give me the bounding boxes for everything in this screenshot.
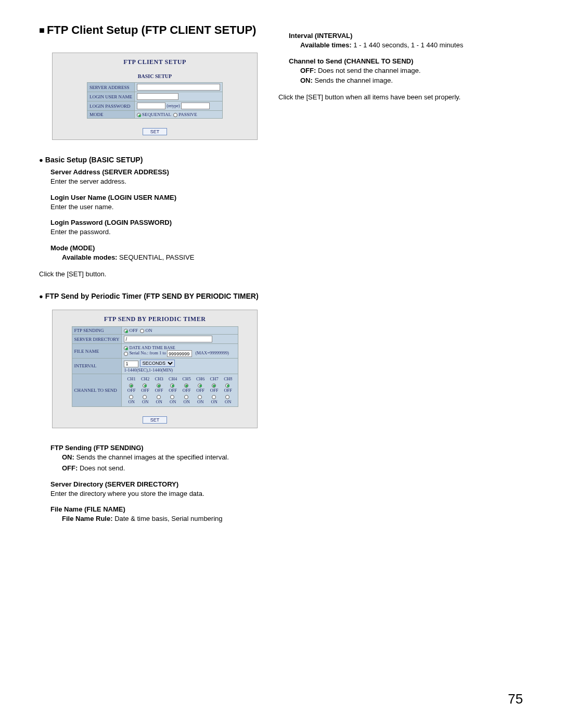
- panel2-title: FTP SEND BY PERIODIC TIMER: [53, 310, 257, 326]
- off-label: OFF: [129, 328, 138, 333]
- ch7-on-radio[interactable]: [212, 395, 216, 399]
- ch5-label: CH5: [180, 376, 193, 381]
- ftp-sending-off-radio[interactable]: [124, 329, 128, 333]
- server-dir-input[interactable]: [124, 336, 212, 342]
- retype-label: (retype): [167, 104, 180, 108]
- login-password-input[interactable]: [137, 103, 165, 109]
- label-ftp-sending: FTP SENDING: [72, 327, 122, 335]
- square-bullet-icon: ■: [39, 25, 45, 36]
- server-directory-text: Enter the directory where you store the …: [50, 489, 263, 499]
- file-name-heading: File Name (FILE NAME): [50, 505, 263, 513]
- label-login-password: LOGIN PASSWORD: [87, 101, 135, 111]
- mode-passive-radio[interactable]: [173, 113, 177, 117]
- ch4-off-radio[interactable]: [170, 384, 174, 388]
- channel-off-text: OFF: Does not send the channel image.: [300, 66, 531, 75]
- ch1-off-radio[interactable]: [129, 384, 133, 388]
- panel-title: FTP CLIENT SETUP: [53, 53, 257, 69]
- ch2-label: CH2: [139, 376, 152, 381]
- interval-text: Available times: 1 - 1 440 seconds, 1 - …: [300, 41, 531, 50]
- channel-grid: CH1 CH2 CH3 CH4 CH5 CH6 CH7 CH8 OFF: [124, 375, 235, 405]
- channel-send-heading: Channel to Send (CHANNEL TO SEND): [289, 57, 531, 65]
- filename-datetime-radio[interactable]: [124, 346, 128, 350]
- basic-setup-table: SERVER ADDRESS LOGIN USER NAME LOGIN PAS…: [87, 82, 223, 119]
- server-directory-heading: Server Directory (SERVER DIRECTORY): [50, 480, 263, 488]
- ch3-off-radio[interactable]: [157, 384, 161, 388]
- mode-heading: Mode (MODE): [50, 244, 263, 252]
- periodic-timer-heading: ●FTP Send by Periodic Timer (FTP SEND BY…: [39, 292, 263, 300]
- label-login-user: LOGIN USER NAME: [87, 92, 135, 101]
- ftp-sending-heading: FTP Sending (FTP SENDING): [50, 444, 263, 452]
- periodic-timer-panel: FTP SEND BY PERIODIC TIMER FTP SENDING O…: [52, 310, 258, 428]
- ftp-sending-off-text: OFF: Does not send.: [62, 464, 263, 473]
- ch4-on-radio[interactable]: [170, 395, 174, 399]
- ch6-on-radio[interactable]: [198, 395, 202, 399]
- basic-setup-heading: ●Basic Setup (BASIC SETUP): [39, 156, 263, 164]
- filename-serial-radio[interactable]: [124, 352, 128, 356]
- interval-unit-select[interactable]: SECONDS: [140, 360, 175, 367]
- interval-note: 1-1440(SEC),1-1440(MIN): [124, 367, 173, 373]
- interval-heading: Interval (INTERVAL): [289, 32, 531, 40]
- login-password-heading: Login Password (LOGIN PASSWORD): [50, 219, 263, 226]
- label-file-name: FILE NAME: [72, 344, 122, 359]
- ftp-sending-on-text: ON: Sends the channel images at the spec…: [62, 453, 263, 462]
- basic-setup-panel: FTP CLIENT SETUP BASIC SETUP SERVER ADDR…: [52, 53, 258, 140]
- interval-value-input[interactable]: [124, 361, 138, 367]
- ch7-off-radio[interactable]: [212, 384, 216, 388]
- on-label: ON: [145, 328, 152, 333]
- ch3-on-radio[interactable]: [157, 395, 161, 399]
- label-interval: INTERVAL: [72, 359, 122, 374]
- page-number: 75: [508, 691, 523, 707]
- serial-max-note: (MAX=99999999): [195, 351, 228, 356]
- ch8-on-radio[interactable]: [225, 395, 229, 399]
- ch8-label: CH8: [222, 376, 235, 381]
- ch3-label: CH3: [152, 376, 165, 381]
- file-name-rule-text: File Name Rule: Date & time basis, Seria…: [62, 514, 263, 523]
- ch7-label: CH7: [208, 376, 221, 381]
- ftp-sending-on-radio[interactable]: [140, 329, 144, 333]
- panel-subtitle: BASIC SETUP: [53, 69, 257, 82]
- login-password-text: Enter the password.: [50, 227, 263, 237]
- login-user-text: Enter the user name.: [50, 202, 263, 212]
- ch2-off-radio[interactable]: [143, 384, 147, 388]
- filename-datetime-label: DATE AND TIME BASE: [129, 345, 175, 350]
- page-title: ■FTP Client Setup (FTP CLIENT SETUP): [39, 23, 263, 37]
- ch6-label: CH6: [194, 376, 207, 381]
- ch5-on-radio[interactable]: [184, 395, 188, 399]
- label-server-dir: SERVER DIRECTORY: [72, 335, 122, 344]
- click-set-text: Click the [SET] button.: [39, 270, 263, 279]
- label-server-address: SERVER ADDRESS: [87, 83, 135, 92]
- ch5-off-radio[interactable]: [184, 384, 188, 388]
- set-button[interactable]: SET: [143, 128, 168, 135]
- server-address-input[interactable]: [137, 84, 220, 91]
- mode-passive-label: PASSIVE: [178, 112, 197, 117]
- ch2-on-radio[interactable]: [143, 395, 147, 399]
- server-address-heading: Server Address (SERVER ADDRESS): [50, 168, 263, 176]
- ch1-on-radio[interactable]: [129, 395, 133, 399]
- label-channel-send: CHANNEL TO SEND: [72, 374, 122, 406]
- set-button-2[interactable]: SET: [143, 416, 168, 424]
- periodic-table: FTP SENDING OFF ON SERVER DIRECTORY FILE…: [72, 326, 238, 407]
- ch4-label: CH4: [167, 376, 180, 381]
- ch1-label: CH1: [125, 376, 138, 381]
- ch8-off-radio[interactable]: [225, 384, 229, 388]
- mode-text: Available modes: SEQUENTIAL, PASSIVE: [62, 253, 263, 262]
- login-password-retype-input[interactable]: [181, 103, 210, 109]
- serial-max-input[interactable]: [167, 350, 192, 357]
- login-user-heading: Login User Name (LOGIN USER NAME): [50, 194, 263, 201]
- label-mode: MODE: [87, 111, 135, 119]
- server-address-text: Enter the server address.: [50, 177, 263, 186]
- final-instruction: Click the [SET] button when all items ha…: [278, 93, 531, 102]
- ch6-off-radio[interactable]: [198, 384, 202, 388]
- channel-on-text: ON: Sends the channel image.: [300, 76, 531, 85]
- login-user-input[interactable]: [137, 93, 178, 100]
- filename-serial-label: Serial No.: from 1 to: [129, 351, 166, 356]
- mode-sequential-label: SEQUENTIAL: [142, 112, 171, 117]
- mode-sequential-radio[interactable]: [137, 113, 141, 117]
